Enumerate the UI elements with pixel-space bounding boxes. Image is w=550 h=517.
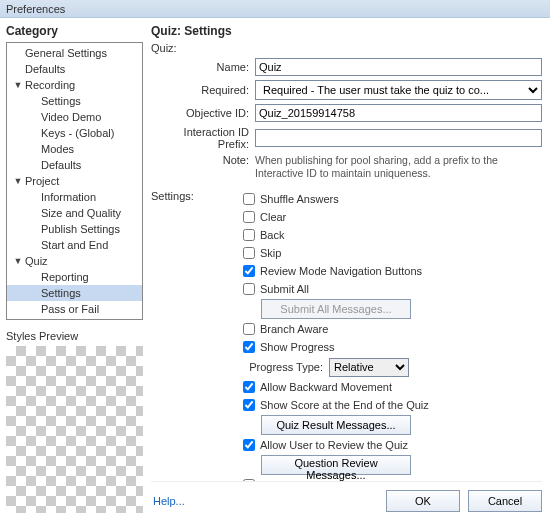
tree-item[interactable]: Video Demo bbox=[7, 109, 142, 125]
progress-type-label: Progress Type: bbox=[243, 361, 329, 373]
submit-all-checkbox[interactable] bbox=[243, 283, 255, 295]
tree-item[interactable]: Defaults bbox=[7, 157, 142, 173]
tree-item-label: Start and End bbox=[41, 239, 108, 251]
note-text: When publishing for pool sharing, add a … bbox=[255, 154, 542, 180]
tree-item[interactable]: ▼Project bbox=[7, 173, 142, 189]
tree-item-label: Settings bbox=[41, 95, 81, 107]
tree-item-label: General Settings bbox=[25, 47, 107, 59]
tree-item[interactable]: Publish Settings bbox=[7, 221, 142, 237]
sidebar: Category General SettingsDefaults▼Record… bbox=[0, 18, 145, 517]
shuffle-label: Shuffle Answers bbox=[260, 193, 339, 205]
branch-aware-checkbox[interactable] bbox=[243, 323, 255, 335]
branch-aware-label: Branch Aware bbox=[260, 323, 328, 335]
window-titlebar: Preferences bbox=[0, 0, 550, 18]
review-nav-checkbox[interactable] bbox=[243, 265, 255, 277]
skip-checkbox[interactable] bbox=[243, 247, 255, 259]
quiz-result-messages-button[interactable]: Quiz Result Messages... bbox=[261, 415, 411, 435]
tree-item[interactable]: Start and End bbox=[7, 237, 142, 253]
interaction-id-label: Interaction ID Prefix: bbox=[151, 126, 255, 150]
styles-preview-area bbox=[6, 346, 143, 513]
show-score-label: Show Score at the End of the Quiz bbox=[260, 399, 429, 411]
category-tree[interactable]: General SettingsDefaults▼RecordingSettin… bbox=[6, 42, 143, 320]
allow-review-checkbox[interactable] bbox=[243, 439, 255, 451]
tree-item-label: Size and Quality bbox=[41, 207, 121, 219]
tree-item-label: Recording bbox=[25, 79, 75, 91]
required-select[interactable]: Required - The user must take the quiz t… bbox=[255, 80, 542, 100]
skip-label: Skip bbox=[260, 247, 281, 259]
tree-item[interactable]: Size and Quality bbox=[7, 205, 142, 221]
tree-item-label: Defaults bbox=[41, 159, 81, 171]
help-link[interactable]: Help... bbox=[151, 495, 185, 507]
submit-all-messages-button[interactable]: Submit All Messages... bbox=[261, 299, 411, 319]
note-label: Note: bbox=[151, 154, 255, 166]
tree-item-label: Settings bbox=[41, 287, 81, 299]
tree-item[interactable]: Settings bbox=[7, 285, 142, 301]
settings-label: Settings: bbox=[151, 190, 221, 481]
chevron-down-icon[interactable]: ▼ bbox=[13, 80, 23, 90]
allow-review-label: Allow User to Review the Quiz bbox=[260, 439, 408, 451]
ok-button[interactable]: OK bbox=[386, 490, 460, 512]
tree-item[interactable]: ▼Recording bbox=[7, 77, 142, 93]
styles-preview-label: Styles Preview bbox=[0, 326, 145, 344]
tree-item-label: Publish Settings bbox=[41, 223, 120, 235]
sidebar-header: Category bbox=[0, 18, 145, 40]
progress-type-select[interactable]: Relative bbox=[329, 358, 409, 377]
tree-item[interactable]: ▼Quiz bbox=[7, 253, 142, 269]
tree-item[interactable]: Default Labels bbox=[7, 317, 142, 320]
tree-item-label: Default Labels bbox=[41, 319, 111, 320]
tree-item-label: Reporting bbox=[41, 271, 89, 283]
panel-title: Quiz: Settings bbox=[151, 24, 542, 42]
tree-item[interactable]: Modes bbox=[7, 141, 142, 157]
tree-item[interactable]: Settings bbox=[7, 93, 142, 109]
tree-item[interactable]: Reporting bbox=[7, 269, 142, 285]
tree-item[interactable]: General Settings bbox=[7, 45, 142, 61]
tree-item-label: Information bbox=[41, 191, 96, 203]
objective-id-label: Objective ID: bbox=[151, 107, 255, 119]
shuffle-checkbox[interactable] bbox=[243, 193, 255, 205]
allow-backward-label: Allow Backward Movement bbox=[260, 381, 392, 393]
allow-backward-checkbox[interactable] bbox=[243, 381, 255, 393]
chevron-down-icon[interactable]: ▼ bbox=[13, 176, 23, 186]
tree-item[interactable]: Defaults bbox=[7, 61, 142, 77]
tree-item-label: Video Demo bbox=[41, 111, 101, 123]
chevron-down-icon[interactable]: ▼ bbox=[13, 256, 23, 266]
show-progress-checkbox[interactable] bbox=[243, 341, 255, 353]
review-nav-label: Review Mode Navigation Buttons bbox=[260, 265, 422, 277]
back-label: Back bbox=[260, 229, 284, 241]
back-checkbox[interactable] bbox=[243, 229, 255, 241]
clear-checkbox[interactable] bbox=[243, 211, 255, 223]
tree-item[interactable]: Information bbox=[7, 189, 142, 205]
tree-item-label: Defaults bbox=[25, 63, 65, 75]
interaction-id-input[interactable] bbox=[255, 129, 542, 147]
tree-item[interactable]: Keys - (Global) bbox=[7, 125, 142, 141]
show-score-checkbox[interactable] bbox=[243, 399, 255, 411]
tree-item-label: Keys - (Global) bbox=[41, 127, 114, 139]
quiz-section-label: Quiz: bbox=[151, 42, 211, 54]
cancel-button[interactable]: Cancel bbox=[468, 490, 542, 512]
name-input[interactable] bbox=[255, 58, 542, 76]
tree-item-label: Pass or Fail bbox=[41, 303, 99, 315]
required-label: Required: bbox=[151, 84, 255, 96]
objective-id-input[interactable] bbox=[255, 104, 542, 122]
submit-all-label: Submit All bbox=[260, 283, 309, 295]
tree-item-label: Quiz bbox=[25, 255, 48, 267]
tree-item[interactable]: Pass or Fail bbox=[7, 301, 142, 317]
question-review-messages-button[interactable]: Question Review Messages... bbox=[261, 455, 411, 475]
tree-item-label: Project bbox=[25, 175, 59, 187]
clear-label: Clear bbox=[260, 211, 286, 223]
name-label: Name: bbox=[151, 61, 255, 73]
tree-item-label: Modes bbox=[41, 143, 74, 155]
show-progress-label: Show Progress bbox=[260, 341, 335, 353]
